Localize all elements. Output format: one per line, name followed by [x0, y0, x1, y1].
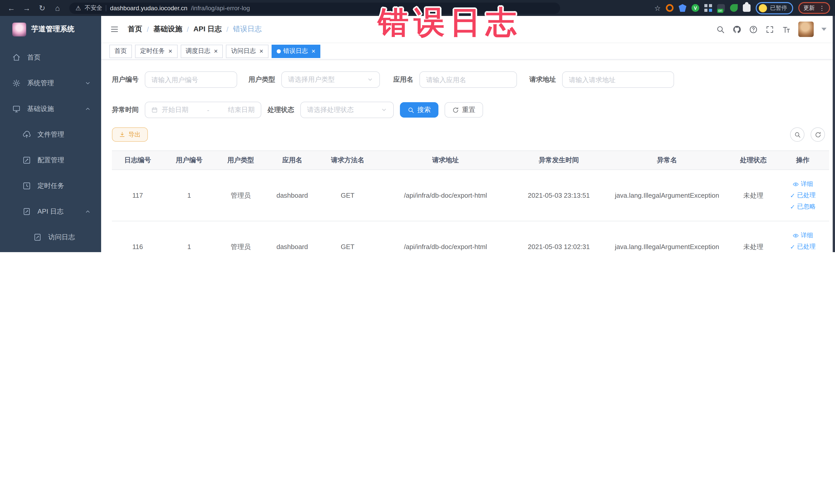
user-id-input[interactable] — [145, 72, 237, 88]
hamburger-icon[interactable] — [110, 25, 119, 34]
tag-tabs: 首页定时任务×调度日志×访问日志×错误日志× — [101, 43, 835, 60]
chrome-update-button[interactable]: 更新 ⋮ — [798, 2, 830, 14]
home-icon — [12, 54, 21, 62]
search-icon[interactable] — [716, 25, 725, 34]
search-toggle-button[interactable] — [790, 127, 805, 142]
sidebar-item[interactable]: 基础设施 — [0, 96, 101, 122]
mark-processed-link[interactable]: ✓已处理 — [790, 191, 815, 200]
app-name-input[interactable] — [420, 72, 517, 88]
tab-close-icon[interactable]: × — [259, 48, 263, 55]
breadcrumb-item[interactable]: 基础设施 — [154, 25, 182, 34]
filter-row: 异常时间 开始日期 - 结束日期 处理状态 请选择处理状态 搜索 — [112, 102, 829, 118]
search-button[interactable]: 搜索 — [400, 102, 439, 118]
font-size-icon[interactable] — [782, 25, 791, 34]
active-tab-dot — [277, 49, 281, 53]
cloud-upload-icon — [23, 130, 31, 139]
user-id-field[interactable] — [151, 76, 230, 83]
tab-close-icon[interactable]: × — [312, 48, 315, 55]
table-body: 1171管理员dashboardGET/api/infra/db-doc/exp… — [112, 170, 829, 252]
table-toolbar: 导出 — [112, 127, 829, 142]
breadcrumb-item[interactable]: API 日志 — [194, 25, 222, 34]
breadcrumb-item[interactable]: 首页 — [128, 25, 142, 34]
mark-ignored-link[interactable]: ✓已忽略 — [790, 202, 815, 211]
doc-edit-icon — [33, 233, 42, 241]
tab-close-icon[interactable]: × — [214, 48, 218, 55]
export-button[interactable]: 导出 — [112, 127, 148, 142]
tab-label: 调度日志 — [186, 47, 210, 56]
extensions-puzzle-icon[interactable] — [743, 4, 751, 12]
extension-icon[interactable]: V — [692, 4, 699, 12]
vertical-scrollbar[interactable] — [833, 16, 835, 252]
request-url-input[interactable] — [562, 72, 674, 88]
sidebar: 芋道管理系统 首页系统管理基础设施文件管理配置管理定时任务API 日志访问日志错… — [0, 16, 101, 252]
reset-button[interactable]: 重置 — [445, 102, 483, 118]
user-avatar[interactable] — [798, 22, 814, 37]
user-type-select[interactable]: 请选择用户类型 — [281, 72, 380, 88]
tab[interactable]: 首页 — [109, 44, 132, 58]
table-row: 1171管理员dashboardGET/api/infra/db-doc/exp… — [112, 170, 829, 221]
cell-user-type: 管理员 — [215, 170, 266, 221]
mark-processed-link[interactable]: ✓已处理 — [790, 242, 815, 251]
bookmark-star-icon[interactable]: ☆ — [654, 4, 661, 12]
tab-label: 定时任务 — [140, 47, 165, 56]
tab[interactable]: 调度日志× — [180, 44, 223, 58]
sidebar-item[interactable]: 错误日志 — [0, 250, 101, 252]
sidebar-item[interactable]: 访问日志 — [0, 224, 101, 250]
sidebar-item[interactable]: API 日志 — [0, 199, 101, 224]
tab[interactable]: 错误日志× — [271, 44, 321, 58]
cell-user-id: 1 — [163, 221, 215, 252]
cell-method: GET — [318, 221, 377, 252]
profile-paused-badge[interactable]: 已暂停 — [756, 2, 793, 14]
github-icon[interactable] — [733, 25, 741, 34]
extension-icon[interactable] — [679, 4, 686, 12]
extension-icon[interactable] — [704, 4, 712, 12]
home-icon[interactable]: ⌂ — [51, 2, 64, 14]
chevron-down-icon[interactable] — [821, 28, 827, 31]
extension-icon[interactable] — [730, 4, 738, 12]
detail-link[interactable]: 详细 — [793, 180, 813, 188]
breadcrumb-current: 错误日志 — [233, 25, 262, 34]
refresh-button[interactable] — [811, 127, 825, 142]
sidebar-item[interactable]: 首页 — [0, 45, 101, 70]
request-url-field[interactable] — [569, 76, 667, 83]
tab-label: 首页 — [115, 47, 127, 56]
check-icon: ✓ — [790, 244, 795, 250]
process-status-select[interactable]: 请选择处理状态 — [300, 102, 394, 118]
detail-link[interactable]: 详细 — [793, 231, 813, 240]
eye-icon — [793, 181, 799, 187]
refresh-icon — [814, 131, 821, 138]
cell-time: 2021-05-03 12:02:31 — [514, 221, 604, 252]
tab-close-icon[interactable]: × — [168, 48, 172, 55]
app-name-field[interactable] — [426, 76, 510, 83]
forward-icon[interactable]: → — [21, 2, 33, 14]
back-icon[interactable]: ← — [5, 2, 18, 14]
sidebar-item[interactable]: 定时任务 — [0, 173, 101, 199]
column-header: 异常名 — [604, 151, 730, 170]
sidebar-item[interactable]: 配置管理 — [0, 147, 101, 173]
help-icon[interactable] — [749, 25, 758, 34]
table-row: 1161管理员dashboardGET/api/infra/db-doc/exp… — [112, 221, 829, 252]
column-header: 用户编号 — [163, 151, 215, 170]
tab[interactable]: 定时任务× — [135, 44, 177, 58]
sidebar-item[interactable]: 系统管理 — [0, 70, 101, 96]
browser-actions: ☆ V 已暂停 更新 ⋮ — [654, 2, 830, 14]
extension-icon[interactable] — [666, 4, 674, 12]
date-range-picker[interactable]: 开始日期 - 结束日期 — [145, 102, 261, 118]
tab[interactable]: 访问日志× — [226, 44, 268, 58]
refresh-icon — [452, 106, 459, 113]
column-header: 操作 — [776, 151, 829, 170]
app-logo[interactable]: 芋道管理系统 — [0, 16, 101, 43]
cell-actions: 详细✓已处理✓已忽略 — [776, 221, 829, 252]
field-label: 用户类型 — [248, 75, 275, 84]
extension-icon[interactable] — [717, 4, 725, 12]
menu-kebab-icon[interactable]: ⋮ — [819, 4, 825, 12]
cell-status: 未处理 — [730, 221, 776, 252]
sidebar-item[interactable]: 文件管理 — [0, 122, 101, 147]
edit-icon — [23, 156, 31, 164]
fullscreen-icon[interactable] — [766, 25, 774, 34]
sidebar-item-label: 基础设施 — [27, 104, 54, 114]
cell-exception: java.lang.IllegalArgumentException — [604, 170, 730, 221]
reload-icon[interactable]: ↻ — [36, 2, 48, 14]
gear-icon — [12, 79, 21, 87]
column-header: 日志编号 — [112, 151, 163, 170]
